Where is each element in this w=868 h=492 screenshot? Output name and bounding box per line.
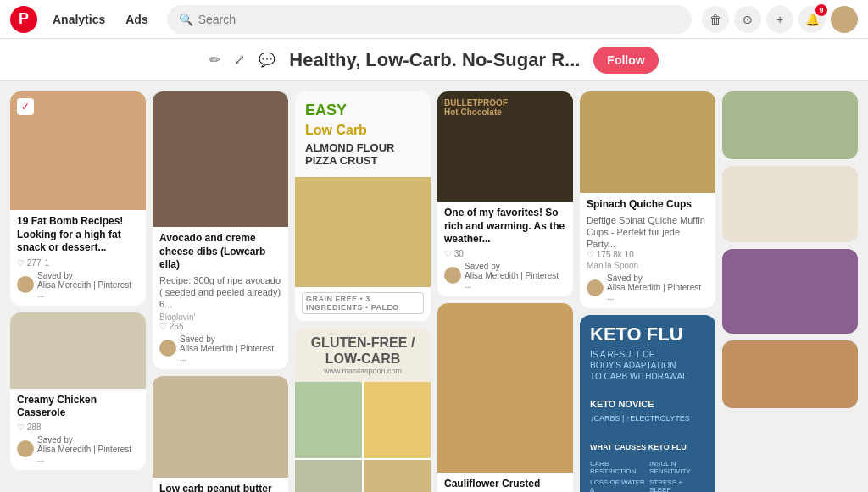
- pin-card[interactable]: [722, 91, 858, 159]
- pin-title: Low carb peanut butter cheesecake bites …: [159, 483, 281, 492]
- pin-image: [722, 91, 858, 159]
- gluten-label: GLUTEN-FREE / LOW-CARB: [302, 334, 424, 367]
- analytics-link[interactable]: Analytics: [44, 8, 114, 31]
- pin-card[interactable]: Creamy Chicken Casserole ♡ 288 Saved byA…: [10, 312, 146, 470]
- cause-carb: CARB RESTRICTION: [590, 460, 646, 475]
- pin-image: [10, 312, 146, 389]
- saved-by: Saved byAlisa Meredith | Pinterest ...: [17, 271, 139, 299]
- saved-by-text: Saved byAlisa Meredith | Pinterest ...: [607, 274, 709, 301]
- notification-button[interactable]: 🔔 9: [798, 6, 826, 33]
- search-input[interactable]: [198, 13, 680, 26]
- board-header-actions: ✏ ⤢ 💬: [209, 52, 275, 68]
- pin-info: GRAIN FREE • 3 INGREDIENTS • PALEO: [295, 287, 431, 321]
- saved-by: Saved byAlisa Meredith | Pinterest ...: [159, 334, 281, 362]
- pin-title: Spinach Quiche Cups: [587, 198, 709, 212]
- pin-title: One of my favorites! So rich and warming…: [444, 207, 566, 246]
- chrome-button[interactable]: ⊙: [734, 6, 761, 33]
- pin-card[interactable]: Low carb peanut butter cheesecake bites …: [153, 376, 288, 492]
- pin-image: [153, 376, 288, 478]
- pin-image: [580, 91, 715, 193]
- pin-image: [437, 303, 573, 473]
- top-navigation: P Analytics Ads 🔍 🗑 ⊙ + 🔔 9: [0, 0, 868, 39]
- grid-cell: [364, 382, 431, 458]
- gluten-free-header: GLUTEN-FREE / LOW-CARB www.manilaspoon.c…: [295, 328, 431, 382]
- grid-cell: [364, 460, 431, 492]
- pin-avatar: [17, 276, 34, 293]
- pin-stats: ♡ 30: [444, 249, 566, 258]
- pin-info: Cauliflower Crusted Grilled Cheese Sandw…: [437, 473, 573, 492]
- grid-cell: [295, 382, 362, 458]
- pin-stats: ♡ 288: [17, 423, 139, 432]
- pin-info: 19 Fat Bomb Recipes! Looking for a high …: [10, 210, 146, 306]
- board-header: ✏ ⤢ 💬 Healthy, Low-Carb. No-Sugar R... F…: [0, 39, 868, 81]
- cause-sleep: STRESS + SLEEPDEPRIVATION: [649, 478, 705, 492]
- pin-card[interactable]: [722, 340, 858, 408]
- pin-stats: ♡ 175.8k 10: [587, 250, 709, 259]
- pin-info: Spinach Quiche Cups Deftige Spinat Quich…: [580, 193, 715, 308]
- grid-cell: [295, 460, 362, 492]
- pin-title: Avocado and creme cheese dibs (Lowcarb e…: [159, 232, 281, 272]
- pin-meta: ♡ 277 1: [17, 258, 139, 268]
- pin-avatar: [159, 340, 176, 357]
- grid-source: www.manilaspoon.com: [302, 367, 424, 375]
- keto-macros: ↓CARBS | ↑ELECTROLYTES: [590, 414, 705, 423]
- easy-lowcarb-card: EASY Low Carb ALMOND FLOUR PIZZA CRUST: [295, 91, 431, 177]
- cause-insulin: INSULIN SENSITIVITY: [649, 460, 705, 475]
- pin-title: 19 Fat Bomb Recipes! Looking for a high …: [17, 215, 139, 255]
- saved-by: Saved byAlisa Meredith | Pinterest ...: [444, 262, 566, 290]
- pinterest-logo[interactable]: P: [10, 6, 37, 33]
- pin-stats: ♡ 265: [159, 322, 281, 331]
- pizza-crust-text: ALMOND FLOUR PIZZA CRUST: [305, 141, 420, 167]
- pin-card[interactable]: Avocado and creme cheese dibs (Lowcarb e…: [153, 91, 288, 369]
- keto-infographic: KETO FLU IS A RESULT OFBODY'S ADAPTATION…: [580, 315, 715, 492]
- pin-image: BULLETPROOFHot Chocolate: [437, 91, 573, 202]
- user-avatar[interactable]: [831, 6, 858, 33]
- saved-by-text: Saved byAlisa Meredith | Pinterest ...: [465, 262, 566, 290]
- pin-title: Cauliflower Crusted Grilled Cheese Sandw…: [444, 478, 566, 492]
- keto-spacer: [590, 387, 705, 394]
- comment-icon[interactable]: 💬: [259, 52, 275, 68]
- saved-by: Saved byAlisa Meredith | Pinterest ...: [587, 274, 709, 301]
- saved-by-text: Saved byAlisa Meredith | Pinterest ...: [37, 435, 139, 463]
- pin-avatar: [444, 267, 461, 284]
- pin-card[interactable]: EASY Low Carb ALMOND FLOUR PIZZA CRUST G…: [295, 91, 431, 321]
- pin-desc: Deftige Spinat Quiche Muffin Cups - Perf…: [587, 214, 709, 251]
- pin-card[interactable]: GLUTEN-FREE / LOW-CARB www.manilaspoon.c…: [295, 328, 431, 492]
- nav-icons: 🗑 ⊙ + 🔔 9: [702, 6, 858, 33]
- follow-button[interactable]: Follow: [593, 47, 658, 74]
- nav-links: Analytics Ads: [44, 8, 157, 31]
- search-icon: 🔍: [179, 13, 193, 26]
- pin-image: [722, 249, 858, 334]
- pin-heart: 1: [44, 258, 49, 268]
- pin-desc: Recipe: 300g of ripe avocado ( seeded an…: [159, 274, 281, 311]
- pin-card[interactable]: [722, 166, 858, 242]
- pin-card[interactable]: Cauliflower Crusted Grilled Cheese Sandw…: [437, 303, 573, 492]
- pin-avatar: [587, 279, 604, 296]
- pin-title: Creamy Chicken Casserole: [17, 394, 139, 420]
- pin-image-grid: [295, 382, 431, 492]
- pin-card[interactable]: Spinach Quiche Cups Deftige Spinat Quich…: [580, 91, 715, 308]
- move-icon[interactable]: ⤢: [234, 52, 245, 68]
- main-content: ✓ 19 Fat Bomb Recipes! Looking for a hig…: [0, 81, 868, 492]
- pin-card[interactable]: BULLETPROOFHot Chocolate One of my favor…: [437, 91, 573, 296]
- pin-info: Avocado and creme cheese dibs (Lowcarb e…: [153, 227, 288, 369]
- search-bar: 🔍: [167, 5, 692, 34]
- pin-card[interactable]: ✓ 19 Fat Bomb Recipes! Looking for a hig…: [10, 91, 146, 306]
- edit-icon[interactable]: ✏: [209, 52, 220, 68]
- pin-image: [153, 91, 288, 227]
- trash-button[interactable]: 🗑: [702, 6, 729, 33]
- pins-grid: ✓ 19 Fat Bomb Recipes! Looking for a hig…: [10, 91, 858, 492]
- pin-image: [722, 166, 858, 242]
- pin-image: [295, 177, 431, 287]
- pin-card[interactable]: KETO FLU IS A RESULT OFBODY'S ADAPTATION…: [580, 315, 715, 492]
- pin-source: Manila Spoon: [587, 261, 709, 270]
- notification-badge: 9: [815, 4, 827, 16]
- grain-free-label: GRAIN FREE • 3 INGREDIENTS • PALEO: [302, 292, 424, 314]
- saved-by-text: Saved byAlisa Meredith | Pinterest ...: [37, 271, 139, 299]
- keto-novice: KETO NOVICE: [590, 399, 705, 409]
- add-button[interactable]: +: [766, 6, 793, 33]
- pin-card[interactable]: [722, 249, 858, 334]
- saved-by: Saved byAlisa Meredith | Pinterest ...: [17, 435, 139, 463]
- ads-link[interactable]: Ads: [117, 8, 156, 31]
- board-title: Healthy, Low-Carb. No-Sugar R...: [289, 49, 580, 71]
